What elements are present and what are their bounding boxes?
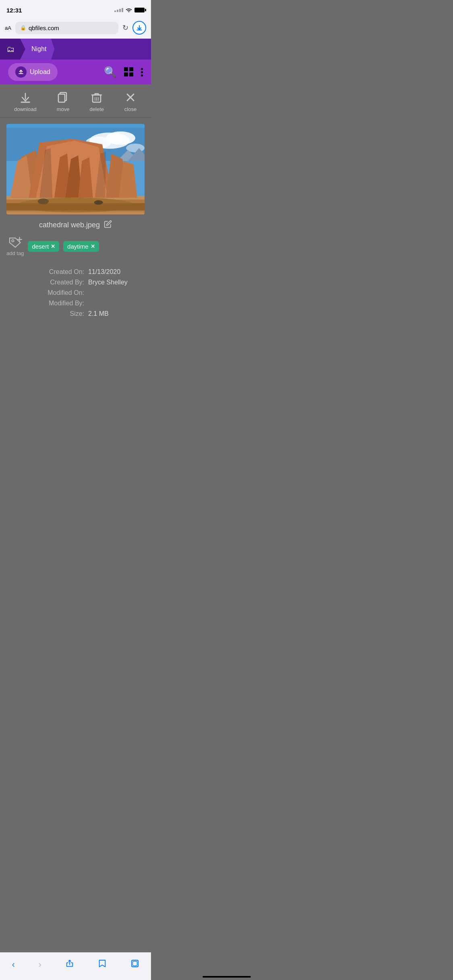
tags-row: add tag desert ✕ daytime ✕: [6, 237, 145, 256]
modified-on-value: [88, 289, 137, 296]
created-by-row: Created By: Bryce Shelley: [6, 279, 145, 286]
delete-action[interactable]: delete: [90, 91, 104, 112]
main-content: cathedral web.jpeg add tag desert ✕ dayt…: [0, 117, 151, 363]
size-label: Size:: [36, 310, 88, 317]
browser-bar: aA 🔒 qbfiles.com ↻: [0, 18, 151, 39]
battery-icon: [134, 8, 145, 12]
modified-by-value: [88, 300, 137, 307]
tag-icon: [8, 237, 23, 249]
svg-point-30: [94, 200, 103, 205]
created-on-label: Created On:: [36, 268, 88, 276]
modified-by-row: Modified By:: [6, 300, 145, 307]
edit-icon[interactable]: [104, 220, 112, 230]
modified-on-label: Modified On:: [36, 289, 88, 296]
delete-label: delete: [90, 106, 104, 112]
wifi-icon: [126, 8, 132, 12]
filename-row: cathedral web.jpeg: [6, 220, 145, 230]
tag-desert-label: desert: [32, 243, 49, 250]
lock-icon: 🔒: [20, 25, 26, 31]
size-row: Size: 2.1 MB: [6, 310, 145, 317]
aa-label[interactable]: aA: [5, 25, 11, 31]
rock-formation-svg: [6, 124, 145, 214]
toolbar: Upload 🔍: [0, 60, 151, 84]
download-icon: [19, 91, 32, 104]
search-icon[interactable]: 🔍: [104, 66, 117, 78]
svg-rect-1: [21, 101, 30, 103]
move-label: move: [57, 106, 70, 112]
breadcrumb-bar: 🗂 Night: [0, 39, 151, 60]
tag-daytime-remove[interactable]: ✕: [91, 243, 95, 249]
breadcrumb-label: Night: [31, 45, 46, 53]
download-browser-button[interactable]: [132, 21, 146, 35]
tag-daytime[interactable]: daytime ✕: [63, 241, 99, 252]
tag-daytime-label: daytime: [67, 243, 89, 250]
metadata-section: Created On: 11/13/2020 Created By: Bryce…: [6, 264, 145, 325]
size-value: 2.1 MB: [88, 310, 137, 317]
created-by-label: Created By:: [36, 279, 88, 286]
created-on-row: Created On: 11/13/2020: [6, 268, 145, 276]
signal-icon: [114, 8, 123, 12]
move-action[interactable]: move: [57, 91, 70, 112]
status-icons: [114, 8, 145, 12]
close-label: close: [124, 106, 137, 112]
tag-desert-remove[interactable]: ✕: [51, 243, 55, 249]
folder-icon: 🗂: [6, 45, 14, 54]
created-by-value: Bryce Shelley: [88, 279, 137, 286]
status-time: 12:31: [6, 7, 22, 14]
file-image: [6, 124, 145, 214]
upload-label: Upload: [30, 68, 50, 76]
svg-point-29: [38, 198, 49, 204]
svg-point-0: [128, 11, 129, 12]
upload-button[interactable]: Upload: [8, 63, 58, 81]
more-options-icon[interactable]: [141, 68, 143, 76]
url-bar[interactable]: 🔒 qbfiles.com: [15, 22, 118, 34]
toolbar-right: 🔍: [104, 66, 143, 78]
file-image-container[interactable]: [6, 124, 145, 214]
download-action[interactable]: download: [14, 91, 37, 112]
move-icon: [57, 91, 70, 104]
status-bar: 12:31: [0, 0, 151, 18]
delete-icon: [90, 91, 103, 104]
created-on-value: 11/13/2020: [88, 268, 137, 276]
close-icon: [124, 91, 137, 104]
add-tag-label: add tag: [6, 250, 24, 256]
svg-rect-3: [58, 94, 65, 102]
upload-icon: [15, 66, 27, 78]
close-action[interactable]: close: [124, 91, 137, 112]
add-tag-button[interactable]: add tag: [6, 237, 24, 256]
modified-on-row: Modified On:: [6, 289, 145, 296]
grid-view-icon[interactable]: [124, 67, 134, 77]
filename-text: cathedral web.jpeg: [39, 221, 100, 229]
url-text: qbfiles.com: [29, 25, 59, 31]
modified-by-label: Modified By:: [36, 300, 88, 307]
svg-rect-28: [6, 203, 145, 210]
refresh-icon[interactable]: ↻: [122, 23, 128, 32]
download-label: download: [14, 106, 37, 112]
bottom-spacer: [6, 325, 145, 357]
svg-point-31: [12, 240, 14, 242]
action-bar: download move delete close: [0, 84, 151, 117]
tag-desert[interactable]: desert ✕: [28, 241, 59, 252]
